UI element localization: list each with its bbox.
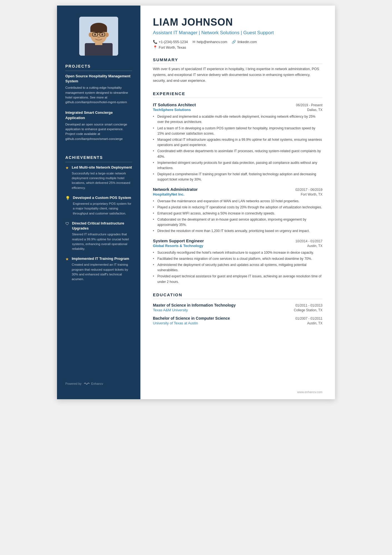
job-location: Dallas, TX <box>307 108 322 112</box>
projects-section: PROJECTS Open Source Hospitality Managem… <box>57 64 140 155</box>
achievement-item: 🛡 Directed Critical Infrastructure Upgra… <box>65 221 132 251</box>
edu-dates: 01/2011 - 01/2013 <box>296 304 322 307</box>
project-title: Open Source Hospitality Management Syste… <box>65 74 132 84</box>
job-title: IT Solutions Architect <box>153 102 196 107</box>
achievements-list: ★ Led Multi-site Network Deployment Succ… <box>65 165 132 282</box>
bullet-item: Collaborated on the development of an in… <box>153 217 322 228</box>
main-content: LIAM JOHNSON Assistant IT Manager | Netw… <box>140 6 335 399</box>
achievement-item: 💡 Developed a Custom POS System Engineer… <box>65 195 132 216</box>
bullet-item: Successfully reconfigured the hotel's ne… <box>153 250 322 255</box>
job-bullets: Successfully reconfigured the hotel's ne… <box>153 250 322 285</box>
achievement-item: ★ Implemented IT Training Program Create… <box>65 256 132 282</box>
header: LIAM JOHNSON Assistant IT Manager | Netw… <box>153 17 322 50</box>
edu-degree: Master of Science in Information Technol… <box>153 303 236 307</box>
linkedin-value: linkedin.com <box>237 40 257 44</box>
project-desc: Developed an open source smart concierge… <box>65 122 132 141</box>
job-header: Network Administrator 02/2017 - 06/2019 <box>153 187 322 192</box>
achievement-desc: Successfully led a large-scale network d… <box>72 171 132 190</box>
project-item: Open Source Hospitality Management Syste… <box>65 74 132 105</box>
location-icon: 📍 <box>153 45 157 50</box>
edu-header: Master of Science in Information Technol… <box>153 303 322 307</box>
edu-degree: Bachelor of Science in Computer Science <box>153 316 230 320</box>
experience-section: EXPERIENCE IT Solutions Architect 06/201… <box>153 91 322 285</box>
star-icon: ★ <box>65 257 69 282</box>
edu-item: Master of Science in Information Technol… <box>153 303 322 312</box>
job-dates: 02/2017 - 06/2019 <box>296 188 322 192</box>
linkedin-icon: 🔗 <box>232 40 236 44</box>
education-title: EDUCATION <box>153 292 322 299</box>
phone-contact: 📞 +1-(234)-555-1234 <box>153 40 188 44</box>
main-footer: www.enhancv.com <box>297 390 322 394</box>
edu-location: Austin, TX <box>307 321 322 325</box>
edu-dates: 01/2007 - 01/2011 <box>296 317 322 320</box>
edu-school: Texas A&M University <box>153 308 188 312</box>
svg-point-13 <box>101 34 103 35</box>
summary-text: With over 6 years of specialized IT expe… <box>153 66 322 83</box>
bullet-item: Administered the deployment of security … <box>153 262 322 273</box>
summary-title: SUMMARY <box>153 57 322 64</box>
job-dates: 06/2019 - Present <box>296 103 322 107</box>
achievement-title: Led Multi-site Network Deployment <box>72 165 132 170</box>
edu-school-row: Texas A&M University College Station, TX <box>153 308 322 312</box>
bullet-item: Enhanced guest WIFI access, achieving a … <box>153 211 322 216</box>
edu-school: University of Texas at Austin <box>153 321 198 325</box>
bullet-item: Facilitated the seamless migration of co… <box>153 256 322 262</box>
job-header: IT Solutions Architect 06/2019 - Present <box>153 102 322 107</box>
svg-rect-6 <box>90 28 107 32</box>
email-contact: ✉ help@enhancv.com <box>192 40 227 44</box>
bullet-item: Played a pivotal role in reducing IT ope… <box>153 205 322 210</box>
company-row: HospitalityNet Inc. Fort Worth, TX <box>153 192 322 196</box>
achievement-desc: Engineered a proprietary POS system for … <box>73 201 132 216</box>
svg-point-12 <box>94 34 96 35</box>
star-icon: ★ <box>65 166 69 190</box>
shield-icon: 🛡 <box>65 221 69 251</box>
education-section: EDUCATION Master of Science in Informati… <box>153 292 322 325</box>
job-location: Fort Worth, TX <box>301 193 322 196</box>
achievements-title: ACHIEVEMENTS <box>65 155 132 162</box>
phone-value: +1-(234)-555-1234 <box>159 40 188 44</box>
job-item: IT Solutions Architect 06/2019 - Present… <box>153 102 322 182</box>
candidate-name: LIAM JOHNSON <box>153 17 322 28</box>
bullet-item: Coordinated with diverse departments to … <box>153 149 322 159</box>
email-value: help@enhancv.com <box>197 40 227 44</box>
edu-location: College Station, TX <box>294 308 322 312</box>
experience-title: EXPERIENCE <box>153 91 322 98</box>
bullet-item: Deployed a comprehensive IT training pro… <box>153 172 322 182</box>
bullet-item: Oversaw the maintenance and expansion of… <box>153 199 322 204</box>
job-item: System Support Engineer 10/2014 - 01/201… <box>153 238 322 285</box>
summary-section: SUMMARY With over 6 years of specialized… <box>153 57 322 83</box>
job-bullets: Oversaw the maintenance and expansion of… <box>153 199 322 234</box>
edu-school-row: University of Texas at Austin Austin, TX <box>153 321 322 325</box>
achievement-desc: Created and implemented an IT training p… <box>72 262 132 282</box>
website-url: www.enhancv.com <box>297 390 322 394</box>
company-name: HospitalityNet Inc. <box>153 192 184 196</box>
phone-icon: 📞 <box>153 40 157 44</box>
bullet-item: Implemented stringent security protocols… <box>153 160 322 171</box>
sidebar: PROJECTS Open Source Hospitality Managem… <box>57 6 140 399</box>
contact-row: 📞 +1-(234)-555-1234 ✉ help@enhancv.com 🔗… <box>153 40 322 44</box>
job-header: System Support Engineer 10/2014 - 01/201… <box>153 238 322 243</box>
achievement-title: Implemented IT Training Program <box>72 256 132 261</box>
achievements-section: ACHIEVEMENTS ★ Led Multi-site Network De… <box>57 155 140 295</box>
svg-point-14 <box>98 36 100 38</box>
photo-area <box>57 6 140 64</box>
enhancv-logo: Enhancv <box>84 382 103 385</box>
project-item: Integrated Smart Concierge Application D… <box>65 110 132 141</box>
edu-item: Bachelor of Science in Computer Science … <box>153 316 322 325</box>
bulb-icon: 💡 <box>65 196 70 216</box>
company-row: Global Resorts & Technology Austin, TX <box>153 244 322 248</box>
bullet-item: Directed the resolution of more than 1,2… <box>153 228 322 234</box>
svg-point-7 <box>89 33 92 37</box>
company-row: TechSphere Solutions Dallas, TX <box>153 108 322 112</box>
company-name: TechSphere Solutions <box>153 108 191 112</box>
projects-title: PROJECTS <box>65 64 132 71</box>
job-bullets: Designed and implemented a scalable mult… <box>153 114 322 182</box>
location-row: 📍 Fort Worth, Texas <box>153 45 322 50</box>
job-location: Austin, TX <box>307 244 322 248</box>
svg-point-8 <box>105 33 109 37</box>
linkedin-contact: 🔗 linkedin.com <box>232 40 257 44</box>
avatar <box>79 17 118 56</box>
location-value: Fort Worth, Texas <box>159 46 186 50</box>
achievement-item: ★ Led Multi-site Network Deployment Succ… <box>65 165 132 190</box>
job-title: Network Administrator <box>153 187 198 192</box>
